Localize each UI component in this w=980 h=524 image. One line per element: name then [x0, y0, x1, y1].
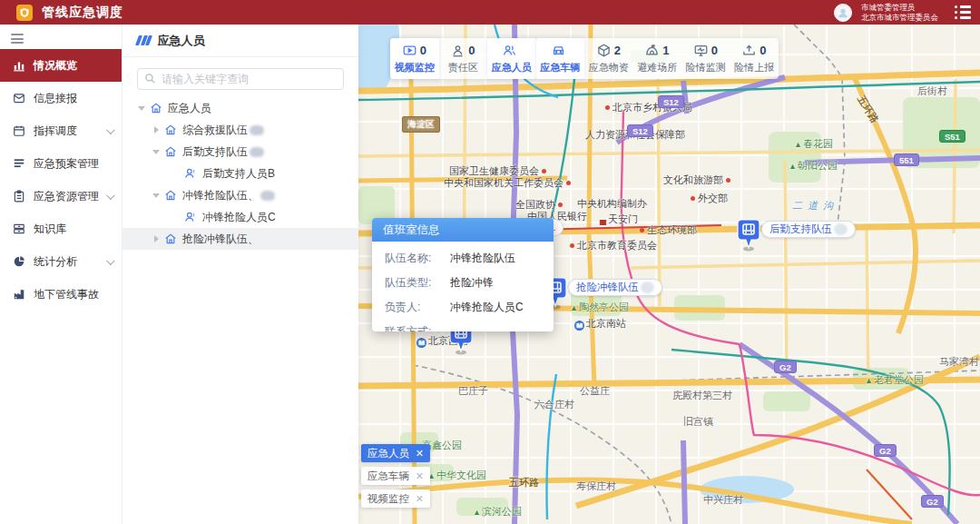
redacted-text — [260, 191, 275, 201]
chevron-down-icon — [106, 256, 115, 265]
tree-icon: ▲ — [794, 140, 802, 149]
sidebar-item-plan-mgmt[interactable]: 应急预案管理 — [0, 147, 122, 180]
tree-node-person[interactable]: 冲锋抢险人员C — [122, 206, 358, 228]
toolbar-item-vehicle[interactable]: 应急车辆 — [536, 38, 585, 79]
map-label: 五环路 — [509, 476, 539, 489]
close-icon[interactable]: ✕ — [416, 493, 424, 505]
book-icon — [13, 222, 25, 235]
chip-personnel[interactable]: 应急人员✕ — [361, 444, 430, 462]
tree-node-label: 抢险冲锋队伍、 — [182, 232, 259, 247]
tree-icon: ▲ — [865, 376, 873, 385]
map-canvas[interactable]: 海淀区 北京市乡村振兴局 人力资源和社会保障部 国家卫生健康委员会 中央和国家机… — [358, 25, 980, 524]
close-icon[interactable]: ✕ — [416, 448, 424, 460]
map-marker-logistics-team[interactable] — [737, 219, 760, 252]
tree-node-team[interactable]: 综合救援队伍 — [122, 119, 358, 141]
field-label: 队伍名称: — [385, 251, 450, 266]
map-label: 后街村 — [917, 84, 947, 98]
toolbar-item-shelter[interactable]: 1 避难场所 — [633, 38, 682, 79]
sidebar-item-knowledge[interactable]: 知识库 — [0, 213, 122, 245]
map-label: 公益庄 — [580, 384, 610, 398]
toolbar-item-personnel[interactable]: 应急人员 — [487, 38, 536, 79]
sidebar-collapse-icon[interactable] — [11, 34, 24, 44]
map-label: 中央和国家机关工作委员会 — [444, 176, 571, 190]
sidebar-item-pipeline-accident[interactable]: 地下管线事故 — [0, 278, 122, 311]
redacted-text — [834, 223, 848, 235]
road-badge: G2 — [774, 361, 797, 373]
expand-icon[interactable] — [154, 126, 159, 133]
field-label: 队伍类型: — [385, 275, 450, 291]
road-badge: S51 — [939, 130, 965, 143]
mail-icon — [13, 92, 25, 104]
toolbar-item-hazard-monitor[interactable]: 0 险情监测 — [681, 38, 730, 79]
map-label: ▲老君堂公园 — [865, 373, 924, 387]
tree-node-team[interactable]: 冲锋抢险队伍、 — [122, 184, 358, 206]
chip-vehicle[interactable]: 应急车辆✕ — [361, 467, 430, 485]
tree-node-label: 应急人员 — [168, 101, 211, 116]
user-name: 市城管委管理员 — [861, 3, 938, 13]
map-label: 寿保庄村 — [576, 480, 616, 493]
tree-icon: ▲ — [473, 508, 481, 517]
app-logo-icon — [16, 5, 33, 21]
app-header: 管线应急调度 市城管委管理员 北京市城市管理委员会 — [0, 0, 980, 25]
chip-video[interactable]: 视频监控✕ — [361, 489, 430, 508]
sidebar-item-resource-mgmt[interactable]: 应急资源管理 — [0, 180, 122, 213]
collapse-icon[interactable] — [152, 150, 160, 154]
redacted-text — [641, 282, 654, 293]
road-badge: S12 — [658, 95, 684, 108]
map-label: ▲春花园 — [794, 137, 833, 151]
toolbar-item-supplies[interactable]: 2 应急物资 — [584, 38, 633, 79]
emergency-personnel-panel: 应急人员 应急人员 综合救援队伍 后勤支持队伍 后勤支持人员B 冲锋抢险队伍、 — [122, 25, 358, 524]
tree-node-team[interactable]: 后勤支持队伍 — [122, 141, 358, 163]
monitor-icon — [694, 44, 708, 57]
sidebar-item-label: 应急资源管理 — [34, 189, 99, 204]
sidebar-item-dispatch[interactable]: 指挥调度 — [0, 114, 122, 147]
marker-label-logistics-team[interactable]: 后勤支持队伍 — [761, 221, 856, 238]
redacted-text — [250, 125, 264, 135]
search-input[interactable] — [137, 68, 344, 90]
sidebar-item-label: 情况概览 — [34, 58, 77, 74]
collapse-icon[interactable] — [152, 193, 160, 198]
sidebar-item-label: 统计分析 — [34, 254, 77, 270]
tree-node-root[interactable]: 应急人员 — [122, 97, 358, 119]
marker-label-rescue-team[interactable]: 抢险冲锋队伍 — [568, 279, 662, 296]
video-icon — [403, 44, 416, 57]
person-icon — [184, 167, 197, 180]
box-icon — [597, 44, 611, 57]
app-title: 管线应急调度 — [42, 5, 123, 21]
chevron-down-icon — [106, 125, 115, 134]
header-menu-icon[interactable] — [955, 5, 971, 19]
sidebar-item-label: 知识库 — [34, 222, 66, 237]
tree-node-team-selected[interactable]: 抢险冲锋队伍、 — [122, 228, 358, 250]
district-badge: 海淀区 — [402, 116, 440, 133]
home-icon — [164, 124, 177, 136]
toolbar-item-video[interactable]: 0 视频监控 — [390, 38, 439, 79]
tent-icon — [645, 44, 659, 57]
user-avatar[interactable] — [834, 4, 852, 22]
map-label: ▲陶然亭公园 — [570, 301, 629, 314]
map-label: ▲滨河公园 — [473, 505, 522, 519]
field-value: 冲锋抢险人员C — [450, 300, 524, 315]
field-label: 联系方式: — [385, 324, 450, 331]
map-label: 文化和旅游部 — [663, 173, 730, 187]
toolbar-item-hazard-report[interactable]: 0 险情上报 — [730, 38, 779, 79]
sidebar-item-info-report[interactable]: 信息接报 — [0, 82, 122, 114]
tree-node-person[interactable]: 后勤支持人员B — [122, 163, 358, 184]
home-icon — [150, 102, 162, 114]
sidebar: 情况概览 信息接报 指挥调度 应急预案管理 应急资源管理 知识库 统计分析 地下… — [0, 25, 122, 524]
sidebar-item-overview[interactable]: 情况概览 — [0, 49, 122, 82]
people-icon — [503, 44, 516, 57]
panel-title: 应急人员 — [158, 33, 205, 49]
sidebar-item-label: 信息接报 — [34, 91, 77, 106]
close-icon[interactable]: ✕ — [416, 470, 424, 482]
toolbar-item-zone[interactable]: 0 责任区 — [439, 38, 488, 79]
layer-chips: 应急人员✕ 应急车辆✕ 视频监控✕ — [361, 444, 430, 508]
sidebar-item-label: 应急预案管理 — [34, 156, 99, 172]
map-label: ▲中华文化园 — [427, 469, 486, 482]
personnel-tree: 应急人员 综合救援队伍 后勤支持队伍 后勤支持人员B 冲锋抢险队伍、 冲锋抢险人… — [122, 97, 358, 250]
user-org: 北京市城市管理委员会 — [861, 13, 938, 23]
expand-icon[interactable] — [154, 235, 159, 242]
clipboard-icon — [13, 190, 25, 203]
map-label: 中央机构编制办 — [577, 197, 647, 211]
collapse-icon[interactable] — [138, 106, 145, 111]
sidebar-item-statistics[interactable]: 统计分析 — [0, 245, 122, 278]
